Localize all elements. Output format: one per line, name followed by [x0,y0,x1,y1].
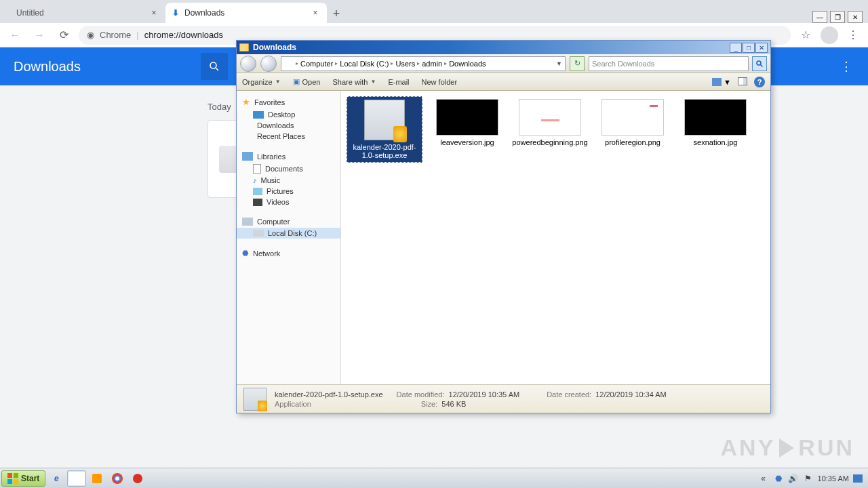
show-hidden-icons-button[interactable]: « [758,473,769,484]
drive-icon [253,230,264,237]
breadcrumb: ▸Users [391,60,415,68]
nav-item-downloads[interactable]: Downloads [237,120,340,131]
clock[interactable]: 10:35 AM [818,474,849,483]
breadcrumb-label[interactable]: Downloads [449,60,486,68]
close-icon[interactable]: × [311,8,320,18]
nav-group-libraries[interactable]: Libraries [237,150,340,163]
breadcrumb-label[interactable]: Users [395,60,415,68]
scheme-chip: Chrome [100,30,131,40]
maximize-button[interactable]: ❐ [830,11,845,23]
tray-icon[interactable]: ⬣ [773,473,784,484]
nav-item-videos[interactable]: Videos [237,197,340,207]
taskbar-item-explorer[interactable] [67,470,86,487]
open-button[interactable]: ▣Open [293,77,321,86]
svg-rect-4 [7,473,12,478]
desktop-icon [253,111,264,119]
flag-icon[interactable]: ⚑ [803,473,814,484]
page-title: Downloads [14,59,81,75]
forward-button[interactable] [260,56,277,72]
breadcrumb-label[interactable]: Local Disk (C:) [340,60,389,68]
taskbar-item-ie[interactable]: e [47,470,66,487]
refresh-button[interactable]: ↻ [570,56,585,71]
start-label: Start [21,474,39,483]
breadcrumb-label[interactable]: Computer [300,60,333,68]
details-size: 546 KB [441,400,466,408]
chevron-down-icon[interactable]: ▼ [556,60,562,67]
nav-group-favorites[interactable]: ★Favorites [237,95,340,109]
search-input[interactable]: Search Downloads [589,56,749,71]
chrome-tab[interactable]: Untitled × [4,3,165,23]
reload-button[interactable]: ⟳ [54,26,73,45]
url-text: chrome://downloads [144,30,223,40]
new-tab-button[interactable]: + [327,4,346,23]
close-button[interactable]: ✕ [848,11,863,23]
tab-label: Downloads [184,8,224,18]
start-button[interactable]: Start [1,470,45,487]
breadcrumb: ▸Computer [296,60,333,68]
organize-menu[interactable]: Organize▼ [242,78,281,86]
file-tile[interactable]: poweredbeginning.png [512,96,588,163]
search-button[interactable] [201,53,228,80]
tab-label: Untitled [16,8,44,18]
details-date-created: 12/20/2019 10:34 AM [595,390,667,399]
file-tile[interactable]: kalender-2020-pdf-1.0-setup.exe [347,96,422,163]
back-button[interactable] [240,56,256,72]
chrome-tab-active[interactable]: ⬇ Downloads × [165,3,327,23]
nav-group-network[interactable]: ⬣Network [237,247,340,260]
file-list[interactable]: kalender-2020-pdf-1.0-setup.exe leavever… [341,91,770,384]
minimize-button[interactable]: _ [730,43,742,53]
bookmark-star-icon[interactable]: ☆ [796,26,815,45]
taskbar-item-chrome[interactable] [108,470,127,487]
close-icon[interactable]: × [149,8,159,18]
watermark-text: ANY [721,434,776,461]
back-button[interactable]: ← [5,26,24,45]
profile-icon[interactable] [821,26,838,44]
search-go-button[interactable] [752,56,767,71]
download-icon: ⬇ [172,8,179,18]
image-thumbnail [519,99,581,136]
preview-pane-button[interactable] [738,77,747,87]
document-icon [253,164,261,174]
folder-icon [239,43,249,52]
nav-group-computer[interactable]: Computer [237,216,340,228]
ie-icon: e [54,474,59,483]
file-tile[interactable]: sexnation.jpg [677,96,753,163]
minimize-button[interactable]: — [812,11,827,23]
file-tile[interactable]: profileregion.png [595,96,671,163]
chrome-menu-button[interactable]: ⋮ [844,26,863,45]
email-button[interactable]: E-mail [388,78,409,86]
installer-icon [364,100,405,140]
open-icon: ▣ [293,77,300,86]
taskbar-item-media[interactable] [87,470,106,487]
show-desktop-button[interactable] [853,474,863,483]
close-button[interactable]: ✕ [755,43,768,53]
titlebar[interactable]: Downloads _ □ ✕ [237,41,770,54]
window-controls: _ □ ✕ [730,43,768,53]
breadcrumb-label[interactable]: admin [422,60,442,68]
svg-point-2 [757,61,761,65]
star-icon: ★ [242,97,250,107]
system-tray: « ⬣ 🔊 ⚑ 10:35 AM [758,473,867,484]
new-folder-button[interactable]: New folder [422,78,458,86]
videos-icon [253,199,262,206]
page-menu-button[interactable]: ⋮ [838,58,854,75]
taskbar-item-app[interactable] [128,470,147,487]
share-menu[interactable]: Share with▼ [332,78,376,86]
file-tile[interactable]: leaveversion.jpg [429,96,505,163]
view-menu[interactable]: ▼ [712,78,731,86]
svg-rect-7 [14,479,18,484]
breadcrumb-bar[interactable]: ▸Computer ▸Local Disk (C:) ▸Users ▸admin… [281,56,566,71]
file-name: poweredbeginning.png [512,138,587,146]
explorer-body: ★Favorites Desktop Downloads Recent Plac… [237,91,770,384]
nav-item-pictures[interactable]: Pictures [237,186,340,197]
nav-item-localdisk[interactable]: Local Disk (C:) [237,228,340,239]
maximize-button[interactable]: □ [743,43,755,53]
volume-icon[interactable]: 🔊 [788,473,799,484]
forward-button[interactable]: → [30,26,49,45]
nav-item-music[interactable]: ♪Music [237,175,340,186]
nav-item-documents[interactable]: Documents [237,163,340,175]
watermark: ANY RUN [721,434,854,461]
help-button[interactable]: ? [754,77,765,87]
nav-item-recent[interactable]: Recent Places [237,131,340,142]
nav-item-desktop[interactable]: Desktop [237,109,340,120]
